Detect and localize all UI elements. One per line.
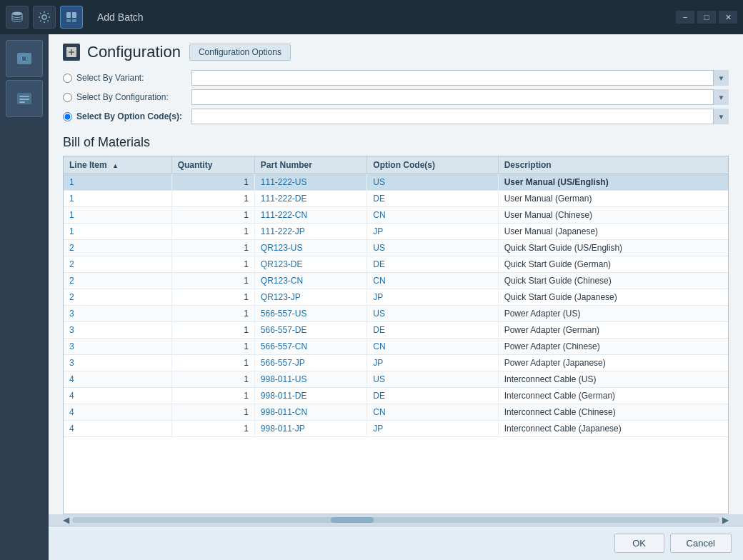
line-item-link[interactable]: 1 xyxy=(69,210,74,220)
line-item-link[interactable]: 2 xyxy=(69,276,74,286)
table-row[interactable]: 41998-011-JPJPInterconnect Cable (Japane… xyxy=(64,421,728,437)
part-number-link[interactable]: 566-557-CN xyxy=(261,341,307,351)
table-row[interactable]: 41998-011-CNCNInterconnect Cable (Chines… xyxy=(64,404,728,421)
line-item-link[interactable]: 2 xyxy=(69,259,74,269)
table-row[interactable]: 21QR123-JPJPQuick Start Guide (Japanese) xyxy=(64,289,728,306)
table-row[interactable]: 11111-222-CNCNUser Manual (Chinese) xyxy=(64,207,728,224)
part-number-link[interactable]: QR123-DE xyxy=(261,259,303,269)
part-number-link[interactable]: 566-557-JP xyxy=(261,358,305,368)
table-row[interactable]: 11111-222-JPJPUser Manual (Japanese) xyxy=(64,224,728,240)
col-part-number[interactable]: Part Number xyxy=(254,156,366,174)
table-row[interactable]: 31566-557-DEDEPower Adapter (German) xyxy=(64,322,728,339)
part-number-link[interactable]: 998-011-DE xyxy=(261,391,307,401)
cell-line-item: 3 xyxy=(64,355,171,371)
line-item-link[interactable]: 2 xyxy=(69,292,74,302)
configuration-options-tab[interactable]: Configuration Options xyxy=(189,44,291,61)
configuration-dropdown[interactable] xyxy=(191,89,729,105)
table-row[interactable]: 31566-557-USUSPower Adapter (US) xyxy=(64,306,728,322)
table-row[interactable]: 41998-011-DEDEInterconnect Cable (German… xyxy=(64,388,728,404)
line-item-link[interactable]: 4 xyxy=(69,407,74,417)
line-item-link[interactable]: 3 xyxy=(69,309,74,319)
cell-quantity: 1 xyxy=(171,240,254,256)
cell-part-number: 998-011-US xyxy=(254,371,366,388)
table-row[interactable]: 31566-557-JPJPPower Adapter (Japanese) xyxy=(64,355,728,371)
cell-description: User Manual (German) xyxy=(498,191,728,207)
part-number-link[interactable]: 111-222-DE xyxy=(261,194,307,204)
select-by-configuration-radio[interactable] xyxy=(63,93,72,102)
ok-button[interactable]: OK xyxy=(614,534,664,553)
part-number-link[interactable]: QR123-JP xyxy=(261,292,301,302)
col-line-item-label: Line Item xyxy=(69,160,107,170)
hscroll-left-arrow[interactable]: ◀ xyxy=(60,515,72,525)
hscroll-bar[interactable]: ◀ ▶ xyxy=(49,514,743,526)
cell-line-item: 3 xyxy=(64,322,171,339)
bom-table-container[interactable]: Line Item ▲ Quantity Part Number Option … xyxy=(63,156,729,514)
part-number-link[interactable]: QR123-CN xyxy=(261,276,303,286)
line-item-link[interactable]: 1 xyxy=(69,194,74,204)
part-number-link[interactable]: QR123-US xyxy=(261,243,303,253)
line-item-link[interactable]: 4 xyxy=(69,424,74,434)
cancel-button[interactable]: Cancel xyxy=(670,534,732,553)
line-item-link[interactable]: 3 xyxy=(69,358,74,368)
restore-button[interactable]: □ xyxy=(697,11,716,24)
table-row[interactable]: 31566-557-CNCNPower Adapter (Chinese) xyxy=(64,339,728,355)
table-row[interactable]: 21QR123-DEDEQuick Start Guide (German) xyxy=(64,256,728,273)
line-item-link[interactable]: 4 xyxy=(69,391,74,401)
table-row[interactable]: 41998-011-USUSInterconnect Cable (US) xyxy=(64,371,728,388)
variant-dropdown[interactable] xyxy=(191,70,729,86)
part-number-link[interactable]: 111-222-US xyxy=(261,177,307,187)
part-number-link[interactable]: 111-222-CN xyxy=(261,210,307,220)
cell-option-code: DE xyxy=(367,388,498,404)
cell-quantity: 1 xyxy=(171,273,254,289)
line-item-link[interactable]: 4 xyxy=(69,374,74,384)
col-line-item[interactable]: Line Item ▲ xyxy=(64,156,171,174)
hscroll-thumb[interactable] xyxy=(331,517,374,523)
titlebar: Add Batch − □ ✕ xyxy=(0,0,743,34)
cell-quantity: 1 xyxy=(171,207,254,224)
batch-icon-btn[interactable] xyxy=(60,6,83,29)
hscroll-right-arrow[interactable]: ▶ xyxy=(719,515,732,525)
line-item-link[interactable]: 1 xyxy=(69,226,74,236)
part-number-link[interactable]: 998-011-CN xyxy=(261,407,307,417)
database-icon-btn[interactable] xyxy=(6,6,29,29)
cell-quantity: 1 xyxy=(171,174,254,191)
cell-description: User Manual (Chinese) xyxy=(498,207,728,224)
select-by-variant-radio[interactable] xyxy=(63,74,72,83)
line-item-link[interactable]: 1 xyxy=(69,177,74,187)
part-number-link[interactable]: 566-557-US xyxy=(261,309,307,319)
col-option-codes[interactable]: Option Code(s) xyxy=(367,156,498,174)
part-number-link[interactable]: 998-011-US xyxy=(261,374,307,384)
bom-table: Line Item ▲ Quantity Part Number Option … xyxy=(64,156,728,437)
bom-title: Bill of Materials xyxy=(63,135,729,150)
cell-option-code: US xyxy=(367,240,498,256)
table-row[interactable]: 11111-222-DEDEUser Manual (German) xyxy=(64,191,728,207)
cell-line-item: 1 xyxy=(64,191,171,207)
line-item-link[interactable]: 3 xyxy=(69,325,74,335)
part-number-link[interactable]: 111-222-JP xyxy=(261,226,305,236)
cell-part-number: 111-222-DE xyxy=(254,191,366,207)
col-description[interactable]: Description xyxy=(498,156,728,174)
sidebar-item-2[interactable] xyxy=(6,80,43,117)
part-number-link[interactable]: 998-011-JP xyxy=(261,424,305,434)
table-row[interactable]: 11111-222-USUSUser Manual (US/English) xyxy=(64,174,728,191)
option-code-dropdown[interactable] xyxy=(191,109,729,124)
line-item-link[interactable]: 2 xyxy=(69,243,74,253)
table-row[interactable]: 21QR123-USUSQuick Start Guide (US/Englis… xyxy=(64,240,728,256)
configuration-row: Select By Configuration: ▼ xyxy=(63,89,729,105)
minimize-button[interactable]: − xyxy=(676,11,694,24)
cell-option-code: JP xyxy=(367,355,498,371)
sidebar-item-1[interactable] xyxy=(6,40,43,77)
cell-quantity: 1 xyxy=(171,256,254,273)
cell-line-item: 2 xyxy=(64,289,171,306)
select-by-option-code-radio[interactable] xyxy=(63,112,72,121)
cell-part-number: 998-011-JP xyxy=(254,421,366,437)
part-number-link[interactable]: 566-557-DE xyxy=(261,325,307,335)
table-row[interactable]: 21QR123-CNCNQuick Start Guide (Chinese) xyxy=(64,273,728,289)
cell-description: User Manual (Japanese) xyxy=(498,224,728,240)
close-button[interactable]: ✕ xyxy=(719,11,737,24)
line-item-link[interactable]: 3 xyxy=(69,341,74,351)
option-code-label: Select By Option Code(s): xyxy=(76,111,187,121)
cell-quantity: 1 xyxy=(171,404,254,421)
settings-icon-btn[interactable] xyxy=(33,6,56,29)
col-quantity[interactable]: Quantity xyxy=(171,156,254,174)
